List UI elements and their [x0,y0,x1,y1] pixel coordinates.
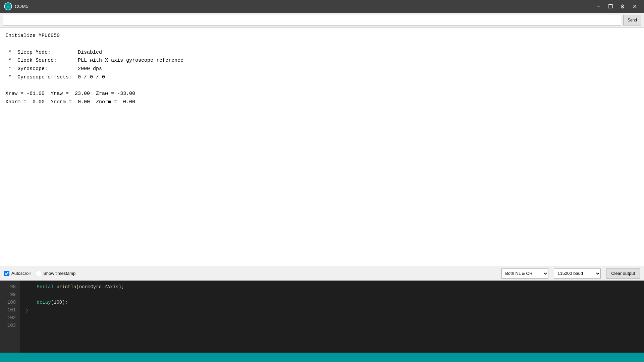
timestamp-checkbox[interactable] [36,271,41,276]
autoscroll-label[interactable]: Autoscroll [11,271,31,276]
serial-output: Initialize MPU6050 * Sleep Mode: Disable… [0,28,644,266]
show-timestamp-group: Show timestamp [36,271,75,276]
serial-output-text: Initialize MPU6050 * Sleep Mode: Disable… [5,32,639,107]
autoscroll-group: Autoscroll [4,271,31,276]
window-title: COM5 [15,4,590,9]
send-input[interactable] [3,15,621,25]
svg-text:∞: ∞ [7,4,9,8]
code-line-102 [25,314,639,322]
baud-rate-select[interactable]: 115200 baud 300 1200 2400 4800 9600 1920… [554,268,601,279]
line-num-102: 102 [0,314,20,322]
code-line-98: Serial.println(normGyro.ZAxis); [25,283,639,291]
line-num-99: 99 [0,291,20,299]
code-editor: 98 99 100 101 102 103 Serial.println(nor… [0,281,644,353]
teal-strip [0,353,644,362]
close-button[interactable]: ✕ [629,2,640,11]
send-bar: Send [0,13,644,28]
restore-button[interactable]: ❐ [605,2,616,11]
line-numbers: 98 99 100 101 102 103 [0,281,20,353]
code-line-100: delay(100); [25,299,639,306]
timestamp-label[interactable]: Show timestamp [43,271,75,276]
code-content: Serial.println(normGyro.ZAxis); delay(10… [20,281,644,353]
minimize-button[interactable]: − [593,2,604,11]
code-line-103 [25,322,639,329]
line-num-103: 103 [0,322,20,329]
autoscroll-checkbox[interactable] [4,271,9,276]
clear-output-button[interactable]: Clear output [606,268,640,279]
bottom-toolbar: Autoscroll Show timestamp Both NL & CR N… [0,266,644,281]
arduino-logo-icon: ∞ [4,2,12,10]
main-window: Send Initialize MPU6050 * Sleep Mode: Di… [0,13,644,362]
title-bar: ∞ COM5 − ❐ ⚙ ✕ [0,0,644,13]
send-button[interactable]: Send [623,15,641,25]
settings-button[interactable]: ⚙ [617,2,628,11]
line-num-100: 100 [0,299,20,306]
window-controls: − ❐ ⚙ ✕ [593,2,640,11]
line-num-101: 101 [0,306,20,314]
code-line-101: } [25,306,639,314]
line-ending-select[interactable]: Both NL & CR No line ending Newline Carr… [501,268,548,279]
line-num-98: 98 [0,283,20,291]
code-line-99 [25,291,639,299]
